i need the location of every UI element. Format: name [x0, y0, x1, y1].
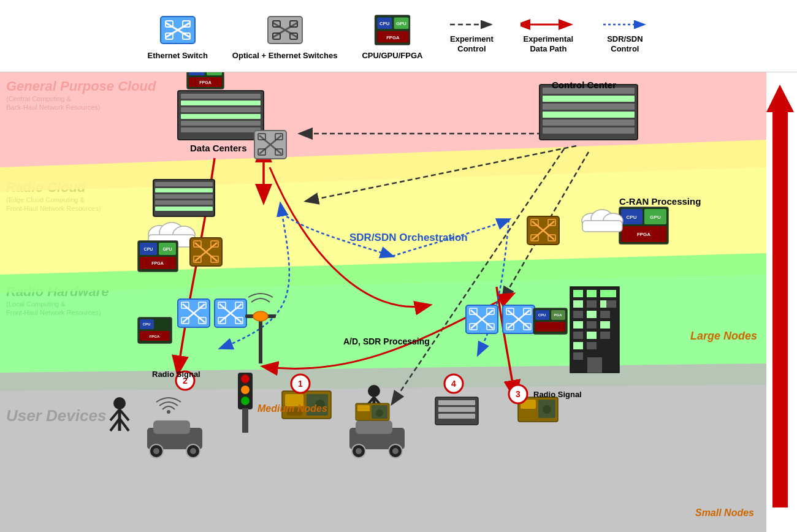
svg-rect-157 [573, 321, 583, 329]
svg-text:FPGA: FPGA [637, 232, 650, 237]
svg-point-181 [241, 374, 250, 383]
exp-data-label: ExperimentalData Path [524, 34, 574, 53]
opt-switch-label: Optical + Ethernet Switches [232, 51, 338, 61]
svg-rect-34 [181, 94, 261, 99]
svg-text:CPU: CPU [193, 72, 202, 73]
svg-text:CPU: CPU [538, 313, 546, 317]
computing-power-label-container: Computing Power & Latency [763, 121, 797, 489]
svg-rect-63 [155, 188, 213, 192]
legend-sdr-control: SDR/SDNControl [600, 18, 649, 53]
svg-rect-160 [573, 332, 583, 339]
svg-point-182 [241, 386, 250, 394]
svg-line-31 [392, 149, 564, 403]
svg-rect-166 [587, 357, 602, 373]
svg-rect-39 [181, 127, 261, 132]
svg-rect-153 [606, 300, 616, 308]
svg-point-177 [153, 448, 159, 454]
svg-rect-163 [573, 342, 583, 349]
exp-control-arrow [447, 18, 496, 31]
svg-text:1: 1 [298, 379, 303, 389]
svg-rect-35 [181, 101, 261, 105]
svg-rect-165 [573, 352, 583, 360]
svg-text:GPU: GPU [162, 247, 172, 251]
main-container: Ethernet Switch Optical + Ethernet Switc… [0, 0, 797, 532]
legend-exp-control: ExperimentControl [447, 18, 496, 53]
svg-rect-156 [600, 311, 610, 318]
computing-power-label: Computing Power & Latency [775, 235, 785, 375]
svg-point-183 [241, 397, 250, 405]
svg-rect-146 [573, 290, 583, 297]
svg-point-213 [543, 405, 551, 414]
svg-text:CPU: CPU [627, 215, 637, 220]
svg-text:3: 3 [516, 389, 521, 399]
svg-point-167 [113, 397, 126, 409]
small-nodes-label: Small Nodes [695, 507, 754, 519]
svg-rect-95 [582, 221, 622, 232]
legend-bar: Ethernet Switch Optical + Ethernet Switc… [0, 0, 797, 72]
svg-point-200 [356, 448, 362, 454]
radio-signal-right: Radio Signal [533, 389, 582, 400]
svg-line-29 [307, 146, 576, 201]
svg-text:4: 4 [451, 379, 456, 389]
svg-rect-144 [535, 322, 565, 332]
svg-rect-59 [543, 120, 635, 126]
svg-rect-203 [357, 405, 370, 411]
svg-point-179 [167, 410, 170, 414]
svg-point-205 [376, 409, 383, 417]
svg-text:CPU: CPU [379, 21, 390, 26]
svg-point-119 [253, 311, 268, 321]
svg-marker-223 [766, 85, 794, 112]
svg-rect-38 [181, 121, 261, 126]
svg-rect-207 [438, 400, 475, 405]
svg-text:FPGA: FPGA [151, 261, 163, 265]
legend-exp-data: ExperimentalData Path [521, 18, 576, 53]
sdr-sdn-label: SDR/SDN Orchestration [349, 232, 468, 244]
svg-rect-162 [600, 332, 610, 339]
svg-rect-57 [543, 104, 635, 110]
radio-signal-left: Radio Signal [152, 368, 200, 379]
legend-opt-switch: Optical + Ethernet Switches [232, 12, 338, 61]
svg-rect-197 [356, 420, 392, 434]
cran-label: C-RAN Processing [619, 196, 701, 207]
large-nodes-label: Large Nodes [690, 330, 757, 343]
svg-rect-36 [181, 107, 261, 112]
svg-rect-60 [543, 127, 635, 134]
connections-svg: CPU GPU FPGA [0, 72, 766, 532]
svg-text:FPGA: FPGA [199, 80, 211, 85]
svg-rect-158 [587, 321, 597, 329]
svg-rect-150 [573, 300, 583, 308]
ad-sdr-label: A/D, SDR Processing [343, 336, 430, 347]
svg-rect-164 [587, 342, 597, 349]
svg-rect-174 [153, 420, 190, 434]
svg-text:GPU: GPU [396, 21, 406, 26]
exp-control-label: ExperimentControl [450, 34, 494, 53]
svg-rect-159 [600, 321, 610, 329]
opt-switch-icon [267, 12, 303, 48]
svg-rect-155 [587, 311, 597, 318]
svg-rect-209 [438, 414, 475, 419]
svg-text:FPGA: FPGA [386, 34, 400, 40]
svg-rect-37 [181, 114, 261, 119]
svg-rect-151 [587, 300, 597, 308]
svg-point-190 [368, 385, 380, 397]
svg-rect-161 [587, 332, 597, 339]
svg-rect-117 [259, 314, 262, 363]
chip-icon: CPU GPU FPGA [374, 12, 411, 48]
svg-rect-208 [438, 407, 475, 412]
svg-rect-64 [155, 194, 213, 199]
svg-rect-147 [587, 290, 597, 297]
legend-chip: CPU GPU FPGA CPU/GPU/FPGA [362, 12, 422, 61]
legend-eth-switch: Ethernet Switch [148, 12, 208, 61]
svg-rect-56 [543, 96, 635, 102]
svg-point-201 [392, 448, 398, 454]
svg-rect-65 [155, 200, 213, 205]
svg-text:CPU: CPU [143, 322, 151, 326]
data-centers-label: Data Centers [190, 143, 247, 154]
sdr-control-label: SDR/SDNControl [607, 34, 643, 53]
chip-label: CPU/GPU/FPGA [362, 51, 422, 61]
svg-rect-62 [155, 182, 213, 186]
medium-nodes-label: Medium Nodes [257, 403, 327, 414]
exp-data-arrow [521, 18, 576, 31]
svg-text:GPU: GPU [650, 215, 661, 220]
svg-point-178 [190, 448, 196, 454]
